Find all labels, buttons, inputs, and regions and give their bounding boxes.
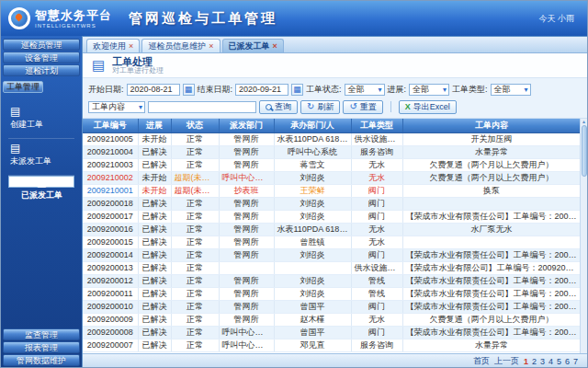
table-row[interactable]: 2009200010已解决正常管网所曾国平阀门【荣成市水业有限责任公司】工单编号… (83, 300, 581, 313)
type-select[interactable]: 全部▾ (491, 84, 531, 96)
table-row[interactable]: 2009200016已解决正常管网所水表110PDA 61870无水水厂泵无水 (83, 223, 581, 236)
calendar-icon[interactable]: ▦ (183, 84, 195, 96)
pagination-first[interactable]: 首页 (473, 355, 490, 367)
sidebar-menu-item[interactable]: 设备管理 (3, 52, 80, 63)
tab-label: 已派发工单 (229, 40, 270, 52)
sidebar-submenu-item[interactable]: ▤未派发工单 (8, 139, 74, 176)
column-header[interactable]: 工单类型 (351, 119, 402, 132)
sidebar-submenu-item[interactable]: ▤已派发工单 (8, 176, 74, 188)
table-row[interactable]: 2009200018已解决正常管网所刘绍炎阀门 (83, 197, 581, 210)
column-header[interactable]: 进展 (138, 119, 171, 132)
cell-handler: 刘绍炎 (274, 171, 351, 184)
cell-id: 2009210005 (83, 132, 138, 145)
column-header[interactable]: 状态 (171, 119, 219, 132)
tab[interactable]: 欢迎使用× (86, 39, 140, 52)
cell-progress: 未开始 (138, 184, 171, 197)
table-row[interactable]: 2009200017已解决正常管网所刘绍炎阀门【荣成市水业有限责任公司】工单编号… (83, 210, 581, 223)
column-header[interactable]: 工单内容 (402, 119, 581, 132)
status-select-value: 全部 (348, 84, 365, 96)
table-row[interactable]: 2009210003已解决正常管网所蒋雪文无水欠费复通（两个月以上欠费用户） (83, 158, 581, 171)
cell-progress: 已解决 (138, 197, 171, 210)
table-row[interactable]: 2009210004已解决正常管网所呼叫中心系统服务咨询水量异常 (83, 145, 581, 158)
tab[interactable]: 巡检员信息维护× (141, 39, 220, 52)
sidebar-menu-item[interactable]: 巡检员管理 (3, 39, 80, 51)
cell-type: 阀门 (351, 326, 402, 339)
cell-dept: 管网所 (219, 132, 274, 145)
close-icon[interactable]: × (209, 42, 213, 51)
content-title: 工单处理 (112, 56, 164, 67)
content-header-text: 工单处理 对工单进行处理 (112, 56, 164, 75)
work-order-table-wrap: 工单编号进展状态派发部门承办部门/人工单类型工单内容 2009210005未开始… (83, 119, 587, 353)
pagination-prev[interactable]: 上一页 (494, 355, 519, 367)
table-row[interactable]: 2009200009已解决正常管网所赵木槿无水欠费复通（两个月以上欠费用户） (83, 313, 581, 326)
sidebar-menu-item[interactable]: 报表管理 (3, 341, 80, 353)
cell-handler: 刘绍炎 (274, 274, 351, 287)
sidebar-submenu-item[interactable]: ▤创建工单 (8, 102, 74, 139)
pagination-page[interactable]: 1 (524, 357, 528, 366)
vertical-scrollbar[interactable]: ▲ (580, 119, 587, 353)
cell-progress: 已解决 (138, 158, 171, 171)
progress-select[interactable]: 全部▾ (409, 84, 449, 96)
pagination-page[interactable]: 5 (557, 357, 561, 366)
close-icon[interactable]: × (273, 42, 277, 51)
keyword-input[interactable] (148, 101, 256, 113)
scroll-up-icon[interactable]: ▲ (582, 119, 586, 124)
cell-handler: 曾胜镇 (274, 236, 351, 248)
cell-progress: 已解决 (138, 326, 171, 339)
table-row[interactable]: 2009200012已解决正常管网所刘绍炎管线【荣成市水业有限责任公司】工单编号… (83, 274, 581, 287)
cell-content: 【荣成市水业有限责任公司】工单编号：2009200017请于2020年9月20日… (402, 210, 581, 223)
cell-status: 正常 (171, 274, 219, 287)
table-row[interactable]: 2009200013已解决正常供水设施故障【荣成市水业有限公司】工单编号：200… (83, 261, 581, 274)
cell-type: 阀门 (351, 184, 402, 197)
column-header[interactable]: 承办部门/人 (274, 119, 351, 132)
logo-icon (8, 7, 30, 29)
end-date-input[interactable]: 2020-09-21 (235, 84, 288, 96)
document-icon: ▤ (37, 177, 47, 188)
content-field-select[interactable]: 工单内容▾ (88, 101, 145, 113)
column-header[interactable]: 工单编号 (83, 119, 138, 132)
scrollbar-thumb[interactable] (582, 125, 587, 177)
pagination-page[interactable]: 3 (540, 357, 545, 366)
table-row[interactable]: 2009210005未开始正常管网所水表110PDA 61870供水设施维修开关… (83, 132, 581, 145)
pagination-page[interactable]: 7 (573, 357, 578, 366)
cell-status: 正常 (171, 287, 219, 300)
cell-id: 2009200011 (83, 287, 138, 300)
refresh-button[interactable]: ↻刷新 (300, 100, 340, 114)
pagination-page[interactable]: 4 (548, 357, 553, 366)
cell-id: 2009200008 (83, 326, 138, 339)
column-header[interactable]: 派发部门 (219, 119, 274, 132)
sidebar-menu-item[interactable]: 巡检计划 (3, 64, 80, 76)
pagination-page[interactable]: 6 (565, 357, 570, 366)
divider (390, 101, 391, 112)
table-row[interactable]: 2009200015已解决正常管网所曾胜镇无水 (83, 236, 581, 248)
reset-button[interactable]: ↺重置 (343, 100, 382, 114)
start-date-input[interactable]: 2020-08-21 (127, 84, 180, 96)
table-row[interactable]: 2009210002未开始超期(未收到)呼叫中心系统刘绍炎无水欠费复通（两个月以… (83, 171, 581, 184)
cell-content: 【荣成市水业有限责任公司】工单编号：2009200010请于2020年9月20日… (402, 300, 581, 313)
tab-bar: 欢迎使用×巡检员信息维护×已派发工单× (83, 37, 587, 53)
sidebar-menu-item[interactable]: 管网数据维护 (3, 354, 80, 366)
table-row[interactable]: 2009200008已解决正常呼叫中心系统曾国平阀门【荣成市水业有限责任公司】工… (83, 326, 581, 339)
search-button[interactable]: 查询 (259, 100, 298, 114)
pagination-page[interactable]: 2 (532, 357, 537, 366)
cell-id: 2009200013 (83, 261, 138, 274)
cell-id: 2009200017 (83, 210, 138, 223)
cell-dept: 管网所 (219, 313, 274, 326)
calendar-icon[interactable]: ▦ (291, 84, 303, 96)
sidebar-menu-item[interactable]: 监查管理 (3, 328, 80, 340)
table-row[interactable]: 2009200011已解决正常管网所刘绍炎管线【荣成市水业有限责任公司】工单编号… (83, 287, 581, 300)
search-button-label: 查询 (275, 101, 291, 113)
cell-id: 2009210003 (83, 158, 138, 171)
close-icon[interactable]: × (129, 42, 133, 51)
table-row[interactable]: 2009200014已解决正常管网所刘绍炎阀门【荣成市水业有限责任公司】工单编号… (83, 248, 581, 261)
export-excel-button[interactable]: X导出Excel (399, 100, 457, 114)
tab[interactable]: 已派发工单× (222, 39, 284, 52)
cell-status: 正常 (171, 158, 219, 171)
start-date-label: 开始日期: (88, 84, 124, 96)
work-order-icon: ▤ (90, 57, 107, 74)
table-row[interactable]: 2009200007已解决正常呼叫中心系统邓见直服务咨询水量异常 (83, 339, 581, 351)
table-row[interactable]: 2009210001未开始超期(未收到)抄表班王荣鲜阀门换泵 (83, 184, 581, 197)
sidebar-menu-item[interactable]: 工单管理 (3, 81, 43, 93)
type-select-value: 全部 (494, 84, 511, 96)
status-select[interactable]: 全部▾ (345, 84, 385, 96)
